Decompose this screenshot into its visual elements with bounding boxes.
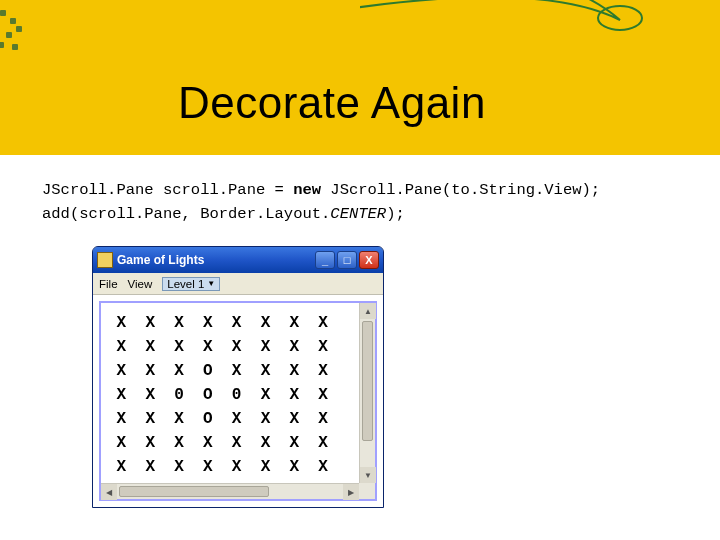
grid-row: X X X X X X X X xyxy=(107,311,359,335)
scroll-left-icon[interactable]: ◀ xyxy=(101,484,117,500)
scroll-down-icon[interactable]: ▼ xyxy=(360,467,376,483)
scrollbar-vertical[interactable]: ▲ ▼ xyxy=(359,303,375,483)
game-grid: X X X X X X X X X X X X X X X X X X X O … xyxy=(101,303,359,483)
close-button[interactable]: X xyxy=(359,251,379,269)
scroll-pane: X X X X X X X X X X X X X X X X X X X O … xyxy=(99,301,377,501)
java-icon xyxy=(97,252,113,268)
client-area: X X X X X X X X X X X X X X X X X X X O … xyxy=(93,295,383,507)
level-label: Level 1 xyxy=(167,278,204,290)
minimize-button[interactable]: _ xyxy=(315,251,335,269)
svg-point-0 xyxy=(598,6,642,30)
grid-row: X X X X X X X X xyxy=(107,335,359,359)
code-text: add(scroll.Pane, Border.Layout. xyxy=(42,205,330,223)
grid-row: X X X O X X X X xyxy=(107,407,359,431)
code-text: JScroll.Pane(to.String.View); xyxy=(321,181,600,199)
grid-row: X X 0 O 0 X X X xyxy=(107,383,359,407)
grid-row: X X X O X X X X xyxy=(107,359,359,383)
menu-view[interactable]: View xyxy=(128,278,153,290)
code-line-2: add(scroll.Pane, Border.Layout.CENTER); xyxy=(42,202,600,226)
level-dropdown[interactable]: Level 1▼ xyxy=(162,277,220,291)
app-window: Game of Lights _ □ X File View Level 1▼ … xyxy=(92,246,384,508)
decorative-swoosh xyxy=(360,0,660,50)
code-snippet: JScroll.Pane scroll.Pane = new JScroll.P… xyxy=(42,178,600,226)
slide-header: Decorate Again xyxy=(0,0,720,155)
window-buttons: _ □ X xyxy=(315,251,379,269)
decorative-dots xyxy=(0,0,40,70)
grid-row: X X X X X X X X xyxy=(107,455,359,479)
code-text: JScroll.Pane scroll.Pane = xyxy=(42,181,293,199)
code-text: ); xyxy=(386,205,405,223)
chevron-down-icon: ▼ xyxy=(207,279,215,288)
titlebar[interactable]: Game of Lights _ □ X xyxy=(93,247,383,273)
scrollbar-horizontal[interactable]: ◀ ▶ xyxy=(101,483,359,499)
slide-title: Decorate Again xyxy=(178,78,486,128)
code-keyword: new xyxy=(293,181,321,199)
menu-file[interactable]: File xyxy=(99,278,118,290)
code-constant: CENTER xyxy=(330,205,386,223)
scroll-up-icon[interactable]: ▲ xyxy=(360,303,376,319)
window-title: Game of Lights xyxy=(117,253,315,267)
scroll-corner xyxy=(359,483,375,499)
maximize-button[interactable]: □ xyxy=(337,251,357,269)
scroll-thumb-horizontal[interactable] xyxy=(119,486,269,497)
grid-row: X X X X X X X X xyxy=(107,431,359,455)
scroll-right-icon[interactable]: ▶ xyxy=(343,484,359,500)
menubar: File View Level 1▼ xyxy=(93,273,383,295)
scroll-thumb-vertical[interactable] xyxy=(362,321,373,441)
viewport: X X X X X X X X X X X X X X X X X X X O … xyxy=(101,303,359,483)
code-line-1: JScroll.Pane scroll.Pane = new JScroll.P… xyxy=(42,178,600,202)
